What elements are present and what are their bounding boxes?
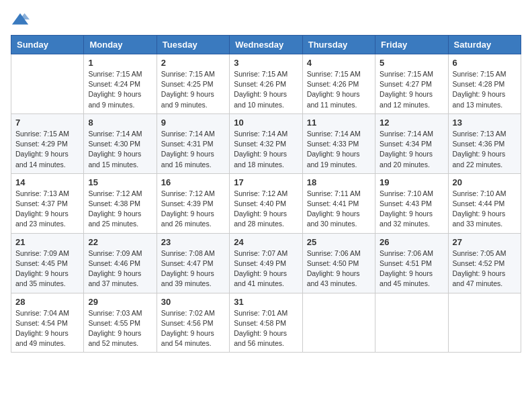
daylight-text: Daylight: 9 hours and 28 minutes.	[234, 210, 287, 228]
daylight-text: Daylight: 9 hours and 10 minutes.	[234, 90, 287, 108]
daylight-text: Daylight: 9 hours and 13 minutes.	[453, 90, 506, 108]
sunset-text: Sunset: 4:40 PM	[234, 199, 286, 208]
calendar-cell: 18Sunrise: 7:11 AMSunset: 4:41 PMDayligh…	[302, 173, 375, 233]
calendar-day-header: Tuesday	[157, 36, 229, 54]
sunset-text: Sunset: 4:50 PM	[307, 259, 359, 267]
calendar-cell: 21Sunrise: 7:09 AMSunset: 4:45 PMDayligh…	[11, 233, 84, 293]
sunrise-text: Sunrise: 7:07 AM	[234, 249, 287, 257]
sunrise-text: Sunrise: 7:14 AM	[234, 130, 287, 138]
cell-content: Sunrise: 7:10 AMSunset: 4:44 PMDaylight:…	[453, 189, 517, 230]
sunrise-text: Sunrise: 7:14 AM	[380, 130, 433, 138]
daylight-text: Daylight: 9 hours and 56 minutes.	[234, 329, 287, 347]
day-number: 25	[307, 237, 371, 247]
sunset-text: Sunset: 4:58 PM	[234, 319, 286, 327]
calendar-cell: 17Sunrise: 7:12 AMSunset: 4:40 PMDayligh…	[230, 173, 302, 233]
daylight-text: Daylight: 9 hours and 49 minutes.	[15, 329, 69, 347]
day-number: 11	[307, 118, 371, 128]
sunrise-text: Sunrise: 7:03 AM	[88, 309, 142, 317]
calendar-day-header: Thursday	[302, 36, 375, 54]
sunrise-text: Sunrise: 7:09 AM	[88, 249, 142, 257]
day-number: 3	[234, 58, 298, 68]
sunset-text: Sunset: 4:55 PM	[88, 319, 140, 327]
calendar-day-header: Sunday	[11, 36, 84, 54]
sunset-text: Sunset: 4:52 PM	[453, 259, 505, 267]
day-number: 1	[88, 58, 152, 68]
day-number: 5	[380, 58, 443, 68]
sunrise-text: Sunrise: 7:12 AM	[88, 189, 142, 197]
day-number: 18	[307, 177, 371, 187]
day-number: 15	[88, 177, 152, 187]
cell-content: Sunrise: 7:11 AMSunset: 4:41 PMDaylight:…	[307, 189, 371, 230]
daylight-text: Daylight: 9 hours and 41 minutes.	[234, 269, 287, 287]
sunset-text: Sunset: 4:30 PM	[88, 140, 140, 148]
cell-content: Sunrise: 7:14 AMSunset: 4:33 PMDaylight:…	[307, 129, 371, 170]
cell-content: Sunrise: 7:12 AMSunset: 4:38 PMDaylight:…	[88, 189, 152, 230]
daylight-text: Daylight: 9 hours and 33 minutes.	[453, 210, 506, 228]
day-number: 24	[234, 237, 298, 247]
sunrise-text: Sunrise: 7:15 AM	[161, 70, 215, 78]
sunset-text: Sunset: 4:34 PM	[380, 140, 432, 148]
day-number: 29	[88, 297, 152, 307]
daylight-text: Daylight: 9 hours and 15 minutes.	[88, 150, 141, 168]
day-number: 21	[15, 237, 79, 247]
sunset-text: Sunset: 4:47 PM	[161, 259, 214, 267]
sunset-text: Sunset: 4:36 PM	[453, 140, 505, 148]
cell-content: Sunrise: 7:01 AMSunset: 4:58 PMDaylight:…	[234, 308, 298, 349]
sunrise-text: Sunrise: 7:14 AM	[161, 130, 215, 138]
sunset-text: Sunset: 4:31 PM	[161, 140, 214, 148]
calendar-cell: 22Sunrise: 7:09 AMSunset: 4:46 PMDayligh…	[84, 233, 157, 293]
sunset-text: Sunset: 4:51 PM	[380, 259, 432, 267]
calendar-cell: 14Sunrise: 7:13 AMSunset: 4:37 PMDayligh…	[11, 173, 84, 233]
sunrise-text: Sunrise: 7:01 AM	[234, 309, 287, 317]
sunrise-text: Sunrise: 7:12 AM	[161, 189, 215, 197]
daylight-text: Daylight: 9 hours and 9 minutes.	[161, 90, 214, 108]
day-number: 22	[88, 237, 152, 247]
calendar-cell: 10Sunrise: 7:14 AMSunset: 4:32 PMDayligh…	[230, 113, 302, 173]
logo	[11, 11, 32, 30]
sunset-text: Sunset: 4:45 PM	[15, 259, 68, 267]
sunrise-text: Sunrise: 7:12 AM	[234, 189, 287, 197]
cell-content: Sunrise: 7:15 AMSunset: 4:27 PMDaylight:…	[380, 69, 443, 110]
daylight-text: Daylight: 9 hours and 43 minutes.	[307, 269, 360, 287]
calendar-cell	[448, 293, 521, 353]
sunset-text: Sunset: 4:44 PM	[453, 199, 505, 208]
sunset-text: Sunset: 4:24 PM	[88, 80, 140, 88]
cell-content: Sunrise: 7:02 AMSunset: 4:56 PMDaylight:…	[161, 308, 225, 349]
cell-content: Sunrise: 7:13 AMSunset: 4:37 PMDaylight:…	[15, 189, 79, 230]
calendar-cell: 13Sunrise: 7:13 AMSunset: 4:36 PMDayligh…	[448, 113, 521, 173]
day-number: 8	[88, 118, 152, 128]
sunset-text: Sunset: 4:37 PM	[15, 199, 68, 208]
day-number: 20	[453, 177, 517, 187]
day-number: 17	[234, 177, 298, 187]
sunrise-text: Sunrise: 7:15 AM	[88, 70, 142, 78]
cell-content: Sunrise: 7:05 AMSunset: 4:52 PMDaylight:…	[453, 248, 517, 289]
daylight-text: Daylight: 9 hours and 39 minutes.	[161, 269, 214, 287]
calendar-cell: 25Sunrise: 7:06 AMSunset: 4:50 PMDayligh…	[302, 233, 375, 293]
cell-content: Sunrise: 7:08 AMSunset: 4:47 PMDaylight:…	[161, 248, 225, 289]
cell-content: Sunrise: 7:15 AMSunset: 4:25 PMDaylight:…	[161, 69, 225, 110]
cell-content: Sunrise: 7:04 AMSunset: 4:54 PMDaylight:…	[15, 308, 79, 349]
sunrise-text: Sunrise: 7:05 AM	[453, 249, 506, 257]
calendar-cell: 2Sunrise: 7:15 AMSunset: 4:25 PMDaylight…	[157, 54, 229, 114]
cell-content: Sunrise: 7:14 AMSunset: 4:34 PMDaylight:…	[380, 129, 443, 170]
sunrise-text: Sunrise: 7:10 AM	[453, 189, 506, 197]
cell-content: Sunrise: 7:14 AMSunset: 4:32 PMDaylight:…	[234, 129, 298, 170]
daylight-text: Daylight: 9 hours and 52 minutes.	[88, 329, 141, 347]
calendar-cell: 3Sunrise: 7:15 AMSunset: 4:26 PMDaylight…	[230, 54, 302, 114]
day-number: 14	[15, 177, 79, 187]
sunset-text: Sunset: 4:25 PM	[161, 80, 214, 88]
day-number: 26	[380, 237, 443, 247]
calendar-day-header: Friday	[375, 36, 448, 54]
calendar-cell: 6Sunrise: 7:15 AMSunset: 4:28 PMDaylight…	[448, 54, 521, 114]
calendar-week-row: 7Sunrise: 7:15 AMSunset: 4:29 PMDaylight…	[11, 113, 521, 173]
sunrise-text: Sunrise: 7:09 AM	[15, 249, 69, 257]
cell-content: Sunrise: 7:06 AMSunset: 4:51 PMDaylight:…	[380, 248, 443, 289]
cell-content: Sunrise: 7:15 AMSunset: 4:26 PMDaylight:…	[234, 69, 298, 110]
calendar-week-row: 28Sunrise: 7:04 AMSunset: 4:54 PMDayligh…	[11, 293, 521, 353]
day-number: 31	[234, 297, 298, 307]
cell-content: Sunrise: 7:15 AMSunset: 4:29 PMDaylight:…	[15, 129, 79, 170]
calendar-cell: 28Sunrise: 7:04 AMSunset: 4:54 PMDayligh…	[11, 293, 84, 353]
daylight-text: Daylight: 9 hours and 22 minutes.	[453, 150, 506, 168]
daylight-text: Daylight: 9 hours and 16 minutes.	[161, 150, 214, 168]
sunset-text: Sunset: 4:39 PM	[161, 199, 214, 208]
